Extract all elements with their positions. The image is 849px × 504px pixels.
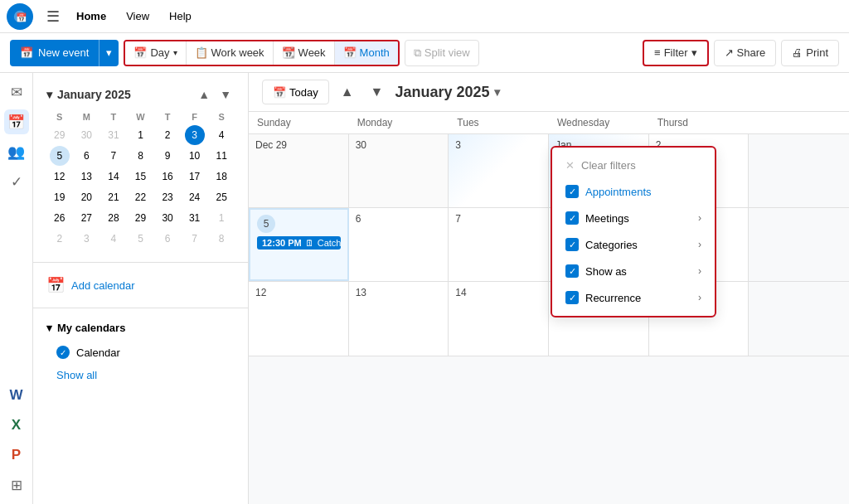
cal-cell-12[interactable]: 12: [249, 282, 349, 355]
mini-day-15[interactable]: 15: [130, 167, 150, 187]
mini-day-8-feb[interactable]: 8: [211, 229, 231, 249]
mini-day-1[interactable]: 1: [130, 125, 150, 145]
mini-day-4[interactable]: 4: [211, 125, 231, 145]
today-button[interactable]: 📅 Today: [262, 80, 329, 104]
cal-cell-partial-31[interactable]: 3: [449, 134, 549, 207]
mini-cal-next[interactable]: ▼: [216, 86, 235, 103]
cal-cell-13[interactable]: 13: [349, 282, 449, 355]
dow-tuesday: Tues: [449, 112, 549, 133]
calendar-item-calendar[interactable]: ✓ Calendar: [33, 341, 248, 364]
mini-day-23[interactable]: 23: [158, 187, 177, 207]
cal-next-button[interactable]: ▼: [366, 81, 389, 103]
mini-day-2-feb[interactable]: 2: [50, 229, 70, 249]
filter-button[interactable]: ≡ Filter ▾: [643, 40, 708, 66]
mini-day-18[interactable]: 18: [211, 167, 231, 187]
mini-day-4-feb[interactable]: 4: [104, 229, 124, 249]
cal-cell-dec29[interactable]: Dec 29: [249, 134, 349, 207]
mini-day-2[interactable]: 2: [158, 125, 177, 145]
print-button[interactable]: 🖨 Print: [781, 40, 839, 66]
nav-excel[interactable]: X: [4, 413, 29, 438]
show-as-checkbox[interactable]: ✓: [565, 264, 579, 278]
show-all-button[interactable]: Show all: [33, 364, 248, 386]
mini-day-20[interactable]: 20: [76, 187, 96, 207]
mini-day-5[interactable]: 5: [50, 146, 70, 166]
cal-prev-button[interactable]: ▲: [336, 81, 359, 103]
nav-powerpoint[interactable]: P: [4, 443, 29, 468]
mini-day-30[interactable]: 30: [158, 208, 177, 228]
menu-help[interactable]: Help: [159, 7, 201, 26]
mini-day-17[interactable]: 17: [185, 167, 205, 187]
mini-day-9[interactable]: 9: [158, 146, 177, 166]
categories-checkbox[interactable]: ✓: [565, 238, 579, 251]
clear-filters-button[interactable]: ✕ Clear filters: [552, 153, 715, 178]
filter-appointments[interactable]: ✓ Appointments: [552, 178, 715, 205]
mini-day-28[interactable]: 28: [104, 208, 124, 228]
mini-day-24[interactable]: 24: [185, 187, 205, 207]
menu-view[interactable]: View: [116, 7, 159, 26]
mini-cal-prev[interactable]: ▲: [195, 86, 213, 103]
add-calendar-button[interactable]: 📅 Add calendar: [33, 269, 248, 301]
my-calendars-header[interactable]: ▾ My calendars: [33, 315, 248, 341]
mini-day-10[interactable]: 10: [185, 146, 205, 166]
share-button[interactable]: ↗ Share: [714, 40, 777, 66]
week-view-button[interactable]: 📆 Week: [274, 41, 335, 65]
filter-categories[interactable]: ✓ Categories ›: [552, 231, 715, 258]
filter-recurrence[interactable]: ✓ Recurrence ›: [552, 284, 715, 311]
cal-month-chevron[interactable]: ▾: [494, 85, 500, 99]
mini-day-29[interactable]: 29: [130, 208, 150, 228]
split-view-button[interactable]: ⧉ Split view: [405, 40, 479, 66]
event-catchup[interactable]: 12:30 PM 🗓 Catchup Meeting: [257, 236, 341, 250]
nav-word[interactable]: W: [4, 383, 29, 408]
appointments-checkbox[interactable]: ✓: [565, 185, 579, 198]
mini-day-30-dec[interactable]: 30: [76, 125, 96, 145]
mini-day-25[interactable]: 25: [211, 187, 231, 207]
filter-show-as[interactable]: ✓ Show as ›: [552, 258, 715, 284]
meetings-checkbox[interactable]: ✓: [565, 211, 579, 225]
recurrence-checkbox[interactable]: ✓: [565, 291, 579, 304]
new-event-arrow[interactable]: ▾: [99, 40, 119, 66]
mini-day-6[interactable]: 6: [76, 146, 96, 166]
nav-calendar[interactable]: 📅: [4, 109, 29, 134]
nav-mail[interactable]: ✉: [4, 80, 29, 104]
new-event-button[interactable]: 📅 New event ▾: [10, 40, 119, 66]
cal-cell-5[interactable]: 5 12:30 PM 🗓 Catchup Meeting: [249, 208, 349, 281]
mini-day-1-feb[interactable]: 1: [211, 208, 231, 228]
month-view-button[interactable]: 📅 Month: [335, 41, 398, 65]
mini-day-26[interactable]: 26: [50, 208, 70, 228]
mini-day-16[interactable]: 16: [158, 167, 177, 187]
menu-home[interactable]: Home: [66, 7, 116, 26]
mini-day-29-dec[interactable]: 29: [50, 125, 70, 145]
workweek-view-button[interactable]: 📋 Work week: [187, 41, 274, 65]
dow-s1: S: [46, 109, 73, 124]
dow-wednesday: Wednesday: [549, 112, 649, 133]
mini-day-11[interactable]: 11: [211, 146, 231, 166]
filter-meetings[interactable]: ✓ Meetings ›: [552, 205, 715, 231]
mini-day-31-dec[interactable]: 31: [104, 125, 124, 145]
mini-day-14[interactable]: 14: [104, 167, 124, 187]
mini-day-3-today[interactable]: 3: [185, 125, 205, 145]
mini-day-22[interactable]: 22: [130, 187, 150, 207]
mini-day-7-feb[interactable]: 7: [185, 229, 205, 249]
nav-tasks[interactable]: ✓: [4, 169, 29, 194]
mini-day-27[interactable]: 27: [76, 208, 96, 228]
mini-day-31[interactable]: 31: [185, 208, 205, 228]
day-view-button[interactable]: 📅 Day ▾: [125, 41, 186, 65]
mini-day-21[interactable]: 21: [104, 187, 124, 207]
hamburger-menu[interactable]: ☰: [40, 4, 66, 29]
cal-cell-14[interactable]: 14: [449, 282, 549, 355]
mini-day-6-feb[interactable]: 6: [158, 229, 177, 249]
cal-cell-6[interactable]: 6: [349, 208, 449, 281]
nav-people[interactable]: 👥: [4, 139, 29, 164]
mini-day-5-feb[interactable]: 5: [130, 229, 150, 249]
cal-cell-7[interactable]: 7: [449, 208, 549, 281]
cal-cell-dec30[interactable]: 30: [349, 134, 449, 207]
mini-day-3-feb[interactable]: 3: [76, 229, 96, 249]
mini-day-7[interactable]: 7: [104, 146, 124, 166]
mini-day-19[interactable]: 19: [50, 187, 70, 207]
mini-day-8[interactable]: 8: [130, 146, 150, 166]
mini-day-13[interactable]: 13: [76, 167, 96, 187]
nav-grid[interactable]: ⊞: [4, 472, 29, 497]
mini-day-12[interactable]: 12: [50, 167, 70, 187]
mini-cal-collapse[interactable]: ▾: [46, 88, 52, 101]
view-group: 📅 Day ▾ 📋 Work week 📆 Week 📅 Month: [124, 40, 399, 66]
